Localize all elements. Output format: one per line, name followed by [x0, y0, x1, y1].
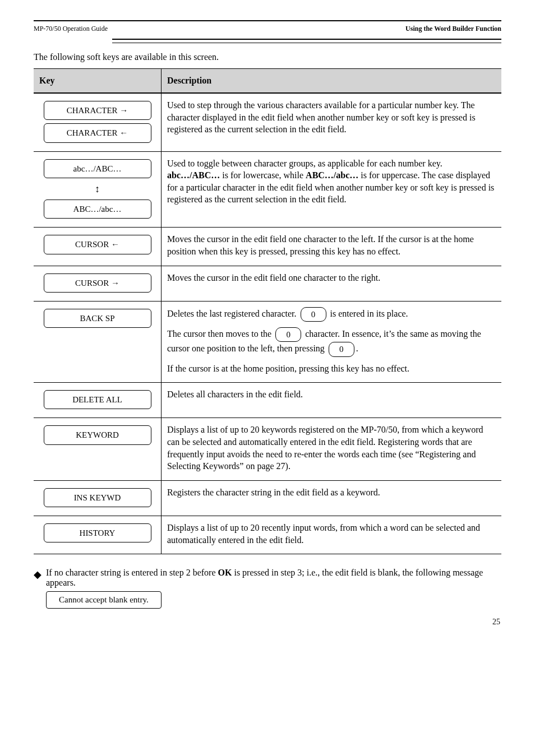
- desc-text: Used to step through the various charact…: [167, 99, 496, 136]
- table-row: CURSOR → Moves the cursor in the edit fi…: [34, 266, 501, 301]
- softkey: abc…/ABC…: [44, 159, 151, 178]
- th-key: Key: [34, 69, 162, 92]
- table-row: abc…/ABC… ↕ ABC…/abc… Used to toggle bet…: [34, 151, 501, 228]
- desc-text: Displays a list of up to 20 keywords reg…: [167, 424, 496, 472]
- double-rule: [112, 39, 501, 43]
- desc-cell: Registers the character string in the ed…: [162, 481, 501, 516]
- softkey: CURSOR ←: [44, 235, 151, 254]
- desc-text: If the cursor is at the home position, p…: [167, 363, 496, 375]
- key-cell: HISTORY: [34, 516, 162, 554]
- desc-text: Deletes all characters in the edit field…: [167, 388, 496, 401]
- bullet-icon: ◆: [34, 568, 41, 579]
- table-row: DELETE ALL Deletes all characters in the…: [34, 382, 501, 418]
- table-row: INS KEYWD Registers the character string…: [34, 480, 501, 516]
- key-cell: DELETE ALL: [34, 383, 162, 418]
- text: is entered in its place.: [328, 309, 408, 318]
- ok-label: OK: [218, 568, 232, 577]
- hardkey-0: 0: [275, 327, 301, 342]
- desc-cell: Deletes all characters in the edit field…: [162, 383, 501, 418]
- desc-cell: Displays a list of up to 20 keywords reg…: [162, 418, 501, 480]
- footnote: ◆ If no character string is entered in s…: [34, 568, 501, 609]
- swap-icon: ↕: [95, 182, 100, 196]
- desc-cell: Deletes the last registered character. 0…: [162, 302, 501, 382]
- key-cell: KEYWORD: [34, 418, 162, 480]
- key-cell: CURSOR ←: [34, 228, 162, 265]
- table-row: KEYWORD Displays a list of up to 20 keyw…: [34, 418, 501, 480]
- softkey-table: Key Description CHARACTER → CHARACTER ← …: [34, 68, 501, 554]
- text: The cursor then moves to the: [167, 329, 274, 338]
- desc-text: Deletes the last registered character. 0…: [167, 307, 496, 322]
- header-left: MP-70/50 Operation Guide: [34, 25, 108, 33]
- desc-cell: Used to step through the various charact…: [162, 94, 501, 151]
- softkey: HISTORY: [44, 523, 151, 542]
- desc-text: Used to toggle between character groups,…: [167, 157, 496, 206]
- hardkey-0: 0: [329, 342, 354, 356]
- softkey: BACK SP: [44, 309, 151, 328]
- softkey: CHARACTER ←: [44, 123, 151, 142]
- page-root: MP-70/50 Operation Guide Using the Word …: [0, 0, 535, 637]
- desc-cell: Used to toggle between character groups,…: [162, 152, 501, 228]
- table-header-row: Key Description: [34, 69, 501, 93]
- table-row: BACK SP Deletes the last registered char…: [34, 301, 501, 382]
- footnote-body: If no character string is entered in ste…: [46, 568, 501, 609]
- key-cell: INS KEYWD: [34, 481, 162, 516]
- softkey: KEYWORD: [44, 425, 151, 444]
- intro-text: The following soft keys are available in…: [34, 51, 501, 63]
- page-number: 25: [492, 618, 500, 627]
- softkey: INS KEYWD: [44, 488, 151, 507]
- running-header: MP-70/50 Operation Guide Using the Word …: [34, 25, 501, 33]
- footnote-text: If no character string is entered in ste…: [46, 568, 218, 577]
- th-desc: Description: [162, 69, 501, 92]
- table-row: HISTORY Displays a list of up to 20 rece…: [34, 516, 501, 554]
- key-cell: abc…/ABC… ↕ ABC…/abc…: [34, 152, 162, 228]
- text: .: [356, 344, 358, 353]
- key-cell: BACK SP: [34, 302, 162, 382]
- top-rule: [34, 20, 501, 21]
- desc-cell: Moves the cursor in the edit field one c…: [162, 228, 501, 265]
- softkey: CURSOR →: [44, 273, 151, 293]
- desc-text: Moves the cursor in the edit field one c…: [167, 272, 496, 284]
- softkey: DELETE ALL: [44, 390, 151, 409]
- desc-text: Moves the cursor in the edit field one c…: [167, 233, 496, 257]
- hardkey-0: 0: [301, 307, 326, 322]
- header-right: Using the Word Builder Function: [405, 25, 501, 33]
- desc-cell: Displays a list of up to 20 recently inp…: [162, 516, 501, 554]
- key-cell: CURSOR →: [34, 266, 162, 301]
- desc-text: Registers the character string in the ed…: [167, 486, 496, 499]
- softkey: ABC…/abc…: [44, 200, 151, 219]
- table-row: CURSOR ← Moves the cursor in the edit fi…: [34, 227, 501, 265]
- desc-text: Displays a list of up to 20 recently inp…: [167, 522, 496, 546]
- desc-text: The cursor then moves to the 0 character…: [167, 327, 496, 357]
- key-cell: CHARACTER → CHARACTER ←: [34, 94, 162, 151]
- text: Deletes the last registered character.: [167, 309, 299, 318]
- desc-cell: Moves the cursor in the edit field one c…: [162, 266, 501, 301]
- table-row: CHARACTER → CHARACTER ← Used to step thr…: [34, 93, 501, 151]
- message-box: Cannot accept blank entry.: [46, 591, 162, 609]
- softkey: CHARACTER →: [44, 101, 151, 120]
